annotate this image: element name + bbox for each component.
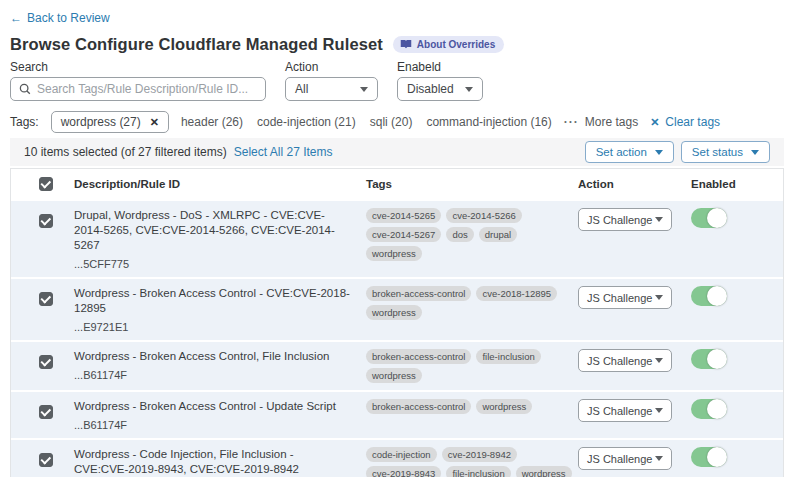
tag-filter-option[interactable]: command-injection (16) xyxy=(426,115,551,129)
enabled-filter: Enabeld Disabled xyxy=(397,60,483,101)
clear-tags-label: Clear tags xyxy=(665,115,720,129)
set-status-label: Set status xyxy=(692,146,743,158)
selection-summary: 10 items selected (of 27 filtered items) xyxy=(24,145,227,159)
filters: Search Action All Enabeld Disabled xyxy=(10,60,784,101)
clear-tags-button[interactable]: ✕ Clear tags xyxy=(650,115,720,129)
tag-pill: cve-2014-5266 xyxy=(446,208,521,223)
back-arrow-icon: ← xyxy=(10,11,22,25)
enabled-filter-value: Disabled xyxy=(407,82,454,96)
row-action-value: JS Challenge xyxy=(587,453,652,465)
rule-tags: broken-access-controlwordpress xyxy=(366,399,578,431)
tags-bar: Tags: wordpress (27) ✕ header (26)code-i… xyxy=(10,111,784,133)
tag-pill: cve-2014-5267 xyxy=(366,227,441,242)
tag-filter-option[interactable]: code-injection (21) xyxy=(257,115,356,129)
search-label: Search xyxy=(10,60,266,73)
more-tags-label: More tags xyxy=(585,115,638,129)
table-row[interactable]: Wordpress - Broken Access Control, File … xyxy=(11,342,783,390)
more-tags-button[interactable]: ··· More tags xyxy=(564,115,638,129)
row-checkbox[interactable] xyxy=(39,405,53,419)
row-action-select[interactable]: JS Challenge xyxy=(578,349,672,372)
table-row[interactable]: Drupal, Wordpress - DoS - XMLRPC - CVE:C… xyxy=(11,201,783,277)
enabled-toggle[interactable] xyxy=(691,208,727,228)
tag-pill: wordpress xyxy=(516,466,572,477)
column-header-enabled: Enabled xyxy=(691,178,783,190)
select-all-link[interactable]: Select All 27 Items xyxy=(234,145,333,159)
available-tags: header (26)code-injection (21)sqli (20)c… xyxy=(181,115,552,129)
table-row[interactable]: Wordpress - Broken Access Control - Upda… xyxy=(11,392,783,438)
tag-pill: cve-2014-5265 xyxy=(366,208,441,223)
row-action-value: JS Challenge xyxy=(587,214,652,226)
title-row: Browse Configure Cloudflare Managed Rule… xyxy=(10,34,784,54)
enabled-toggle[interactable] xyxy=(691,349,727,369)
table-header: Description/Rule ID Tags Action Enabled xyxy=(11,169,783,199)
chevron-down-icon xyxy=(655,456,663,461)
rule-description: Wordpress - Code Injection, File Inclusi… xyxy=(74,447,366,477)
tag-pill: drupal xyxy=(479,227,517,242)
tag-pill: wordpress xyxy=(366,368,422,383)
column-header-action: Action xyxy=(578,178,691,190)
table-row[interactable]: Wordpress - Code Injection, File Inclusi… xyxy=(11,440,783,477)
chevron-down-icon xyxy=(751,150,759,155)
enabled-filter-select[interactable]: Disabled xyxy=(397,77,483,101)
clear-tags-icon: ✕ xyxy=(650,116,659,129)
rules-table: Description/Rule ID Tags Action Enabled … xyxy=(10,168,784,477)
rule-description: Wordpress - Broken Access Control, File … xyxy=(74,349,366,364)
tag-pill: cve-2019-8942 xyxy=(442,447,517,462)
search-icon xyxy=(19,83,31,95)
rule-description: Wordpress - Broken Access Control - CVE:… xyxy=(74,286,366,316)
row-action-value: JS Challenge xyxy=(587,292,652,304)
chevron-down-icon xyxy=(655,295,663,300)
rule-tags: broken-access-controlcve-2018-12895wordp… xyxy=(366,286,578,333)
page: ← Back to Review Browse Configure Cloudf… xyxy=(0,0,794,477)
set-action-button[interactable]: Set action xyxy=(585,141,674,163)
row-action-value: JS Challenge xyxy=(587,355,652,367)
enabled-toggle[interactable] xyxy=(691,399,727,419)
tag-filter-option[interactable]: sqli (20) xyxy=(370,115,413,129)
table-row[interactable]: Wordpress - Broken Access Control - CVE:… xyxy=(11,279,783,340)
rule-id: ...E9721E1 xyxy=(74,321,366,333)
chevron-down-icon xyxy=(655,150,663,155)
enabled-toggle[interactable] xyxy=(691,286,727,306)
tag-pill: broken-access-control xyxy=(366,286,471,301)
enabled-toggle[interactable] xyxy=(691,447,727,467)
tag-pill: wordpress xyxy=(476,399,532,414)
about-overrides-badge[interactable]: About Overrides xyxy=(393,36,504,53)
rule-description: Wordpress - Broken Access Control - Upda… xyxy=(74,399,366,414)
selected-tag-label: wordpress (27) xyxy=(61,115,141,129)
set-status-button[interactable]: Set status xyxy=(681,141,770,163)
chevron-down-icon xyxy=(655,408,663,413)
set-action-label: Set action xyxy=(596,146,647,158)
select-all-checkbox[interactable] xyxy=(39,177,53,191)
selection-bar: 10 items selected (of 27 filtered items)… xyxy=(10,138,784,166)
action-filter-value: All xyxy=(295,82,308,96)
search-input-wrap xyxy=(10,77,266,101)
back-link[interactable]: ← Back to Review xyxy=(10,11,110,25)
back-link-label: Back to Review xyxy=(27,11,110,25)
action-filter-select[interactable]: All xyxy=(285,77,378,101)
table-body: Drupal, Wordpress - DoS - XMLRPC - CVE:C… xyxy=(11,201,783,477)
book-icon xyxy=(400,39,412,49)
row-action-select[interactable]: JS Challenge xyxy=(578,399,672,422)
row-action-select[interactable]: JS Challenge xyxy=(578,208,672,231)
row-checkbox[interactable] xyxy=(39,355,53,369)
search-filter: Search xyxy=(10,60,266,101)
row-checkbox[interactable] xyxy=(39,453,53,467)
chevron-down-icon xyxy=(655,358,663,363)
column-header-description: Description/Rule ID xyxy=(74,178,366,190)
selected-tag-chip[interactable]: wordpress (27) ✕ xyxy=(51,111,169,133)
tag-filter-option[interactable]: header (26) xyxy=(181,115,243,129)
rule-tags: broken-access-controlfile-inclusionwordp… xyxy=(366,349,578,383)
rule-id: ...B61174F xyxy=(74,419,366,431)
action-filter: Action All xyxy=(285,60,378,101)
about-overrides-label: About Overrides xyxy=(417,39,495,50)
row-action-select[interactable]: JS Challenge xyxy=(578,447,672,470)
page-title: Browse Configure Cloudflare Managed Rule… xyxy=(10,35,383,54)
row-checkbox[interactable] xyxy=(39,292,53,306)
tag-pill: broken-access-control xyxy=(366,349,471,364)
search-input[interactable] xyxy=(37,82,257,96)
row-checkbox[interactable] xyxy=(39,214,53,228)
tag-pill: wordpress xyxy=(366,246,422,261)
chevron-down-icon xyxy=(465,87,473,92)
remove-tag-icon[interactable]: ✕ xyxy=(150,116,159,129)
row-action-select[interactable]: JS Challenge xyxy=(578,286,672,309)
